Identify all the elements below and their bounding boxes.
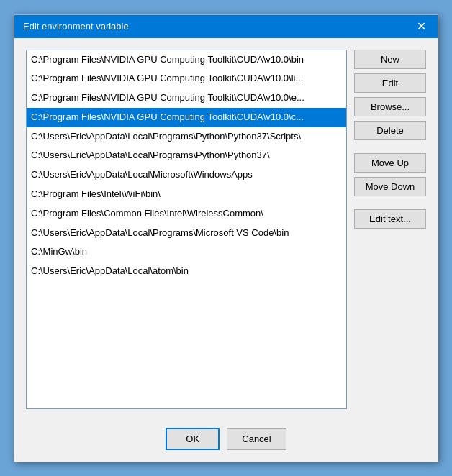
edit-button[interactable]: Edit — [354, 73, 426, 93]
edit-env-variable-dialog: Edit environment variable ✕ C:\Program F… — [14, 14, 438, 462]
delete-button[interactable]: Delete — [354, 121, 426, 140]
move-up-button[interactable]: Move Up — [354, 153, 426, 173]
cancel-button[interactable]: Cancel — [227, 428, 286, 450]
close-button[interactable]: ✕ — [414, 21, 429, 32]
list-item[interactable]: C:\MinGw\bin — [27, 242, 346, 262]
button-spacer-2 — [354, 201, 426, 205]
env-var-list[interactable]: C:\Program Files\NVIDIA GPU Computing To… — [26, 50, 347, 409]
list-item[interactable]: C:\Users\Eric\AppData\Local\Programs\Pyt… — [27, 146, 346, 165]
browse-button[interactable]: Browse... — [354, 97, 426, 116]
list-item[interactable]: C:\Program Files\NVIDIA GPU Computing To… — [27, 108, 346, 127]
list-item[interactable]: C:\Users\Eric\AppData\Local\atom\bin — [27, 262, 346, 281]
move-down-button[interactable]: Move Down — [354, 177, 426, 196]
list-item[interactable]: C:\Program Files\NVIDIA GPU Computing To… — [27, 50, 346, 70]
ok-button[interactable]: OK — [166, 428, 220, 450]
list-item[interactable]: C:\Program Files\NVIDIA GPU Computing To… — [27, 88, 346, 108]
list-item[interactable]: C:\Users\Eric\AppData\Local\Programs\Mic… — [27, 224, 346, 243]
list-item[interactable]: C:\Program Files\Common Files\Intel\Wire… — [27, 204, 346, 224]
dialog-footer: OK Cancel — [14, 421, 438, 462]
action-button-panel: New Edit Browse... Delete Move Up Move D… — [354, 50, 426, 409]
dialog-content: C:\Program Files\NVIDIA GPU Computing To… — [14, 38, 438, 421]
title-bar: Edit environment variable ✕ — [14, 15, 438, 38]
list-item[interactable]: C:\Users\Eric\AppData\Local\Programs\Pyt… — [27, 127, 346, 147]
button-spacer — [354, 145, 426, 149]
new-button[interactable]: New — [354, 50, 426, 69]
dialog-title: Edit environment variable — [23, 21, 129, 32]
list-item[interactable]: C:\Users\Eric\AppData\Local\Microsoft\Wi… — [27, 165, 346, 185]
edit-text-button[interactable]: Edit text... — [354, 209, 426, 229]
list-item[interactable]: C:\Program Files\Intel\WiFi\bin\ — [27, 185, 346, 204]
list-item[interactable]: C:\Program Files\NVIDIA GPU Computing To… — [27, 69, 346, 88]
